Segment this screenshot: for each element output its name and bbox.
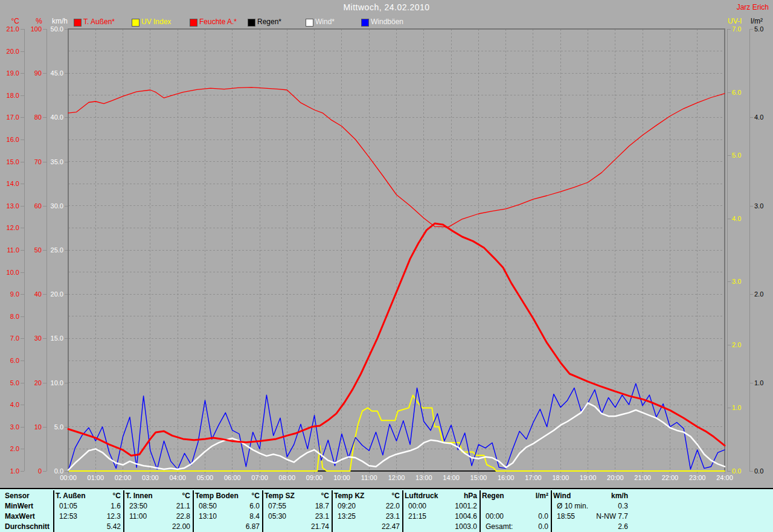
y-axis-tick-label: 10.0	[39, 379, 63, 386]
y-axis-tick-label: 1.0	[0, 467, 19, 475]
axis-unit-label: l/m²	[751, 17, 773, 25]
x-axis-tick-label: 19:00	[574, 474, 602, 481]
table-cell: 0.0	[482, 522, 548, 531]
table-column-separator	[193, 490, 194, 532]
y-axis-tick-label: 11.0	[0, 246, 19, 254]
y-axis-tick-label: 35.0	[39, 158, 63, 165]
y-axis-tick-label: 1.0	[754, 379, 773, 386]
legend-label: Regen*	[257, 18, 281, 26]
table-cell: Durchschnitt	[5, 522, 52, 531]
y-axis-tick-label: 14.0	[0, 180, 19, 187]
table-cell: °C	[126, 492, 190, 501]
table-column-separator	[262, 490, 263, 532]
x-axis-tick-label: 12:00	[383, 474, 411, 481]
axis-unit-label: km/h	[35, 17, 68, 25]
y-axis-tick-label: 16.0	[0, 136, 19, 143]
table-column-separator	[332, 490, 333, 532]
y-axis-tick-label: 80	[18, 114, 42, 121]
y-axis-tick-label: 7.0	[732, 25, 756, 33]
x-axis-tick-label: 14:00	[437, 474, 465, 481]
legend-swatch-icon	[248, 19, 255, 27]
table-cell: 0.0	[482, 512, 548, 521]
y-axis-tick-label: 9.0	[0, 290, 19, 298]
table-cell: 23.1	[334, 512, 400, 521]
y-axis-tick-label: 5.0	[732, 152, 756, 159]
chart-plot-area[interactable]	[0, 0, 773, 532]
table-cell: °C	[334, 492, 400, 501]
x-axis-tick-label: 21:00	[629, 474, 656, 481]
table-cell: 22.00	[126, 522, 190, 531]
y-axis-tick-label: 4.0	[0, 401, 19, 408]
table-cell: N-NW 7.7	[553, 512, 628, 521]
table-cell: 1.6	[56, 502, 121, 511]
table-cell: 12.3	[56, 512, 121, 521]
x-axis-tick-label: 18:00	[547, 474, 574, 481]
x-axis-tick-label: 15:00	[464, 474, 492, 481]
x-axis-tick-label: 13:00	[410, 474, 438, 481]
x-axis-tick-label: 03:00	[136, 474, 164, 481]
table-cell: l/m²	[482, 492, 548, 501]
table-cell: 22.47	[334, 522, 400, 531]
legend-swatch-icon	[190, 19, 197, 27]
table-cell: 8.4	[195, 512, 260, 521]
table-column-separator	[123, 490, 124, 532]
y-axis-tick-label: 5.0	[0, 379, 19, 386]
y-axis-tick-label: 2.0	[732, 341, 756, 348]
y-axis-tick-label: 5.0	[39, 423, 63, 431]
y-axis-tick-label: 5.0	[754, 25, 773, 33]
axis-unit-label: °C	[0, 17, 19, 25]
legend-label: Wind*	[315, 18, 335, 26]
legend-swatch-icon	[361, 19, 369, 27]
y-axis-tick-label: 3.0	[0, 423, 19, 431]
y-axis-tick-label: 8.0	[0, 313, 19, 320]
x-axis-tick-label: 11:00	[355, 474, 383, 481]
table-cell: 0.3	[553, 502, 628, 511]
x-axis-tick-label: 24:00	[711, 474, 739, 481]
table-cell: km/h	[553, 492, 628, 501]
x-axis-tick-label: 04:00	[164, 474, 191, 481]
y-axis-tick-label: 4.0	[732, 215, 756, 222]
y-axis-tick-label: 20	[18, 379, 42, 386]
y-axis-tick-label: 30.0	[39, 202, 63, 210]
y-axis-tick-label: 6.0	[732, 89, 756, 96]
axis-unit-label: UV-I	[728, 17, 752, 25]
table-column-separator	[402, 490, 403, 532]
table-cell: Sensor	[5, 492, 52, 501]
table-cell: 2.6	[553, 522, 628, 531]
table-column-separator	[480, 490, 481, 532]
legend-swatch-icon	[132, 19, 140, 27]
y-axis-tick-label: 25.0	[39, 246, 63, 254]
y-axis-tick-label: 21.0	[0, 25, 19, 33]
y-axis-tick-label: 17.0	[0, 114, 19, 121]
y-axis-tick-label: 6.0	[0, 357, 19, 364]
y-axis-tick-label: 12.0	[0, 224, 19, 231]
legend-swatch-icon	[74, 19, 82, 27]
x-axis-tick-label: 20:00	[601, 474, 629, 481]
table-cell: 23.1	[265, 512, 329, 521]
table-cell: °C	[195, 492, 260, 501]
y-axis-tick-label: 100	[18, 25, 42, 33]
table-cell: 22.8	[126, 512, 190, 521]
y-axis-tick-label: 2.0	[0, 445, 19, 452]
y-axis-tick-label: 2.0	[754, 290, 773, 298]
table-cell: °C	[56, 492, 121, 501]
y-axis-tick-label: 45.0	[39, 69, 63, 77]
x-axis-tick-label: 02:00	[109, 474, 137, 481]
weather-chart-window: Mittwoch, 24.02.2010 Jarz Erich °C%km/hU…	[0, 0, 773, 532]
y-axis-tick-label: 4.0	[754, 114, 773, 121]
y-axis-tick-label: 15.0	[39, 335, 63, 342]
x-axis-tick-label: 22:00	[656, 474, 684, 481]
table-cell: MaxWert	[5, 512, 52, 521]
x-axis-tick-label: 07:00	[246, 474, 274, 481]
table-cell: 21.1	[126, 502, 190, 511]
y-axis-tick-label: 30	[18, 335, 42, 342]
legend-label: Feuchte A.*	[199, 18, 237, 26]
table-cell: 5.42	[56, 522, 121, 531]
table-cell: 6.0	[195, 502, 260, 511]
y-axis-tick-label: 3.0	[732, 278, 756, 285]
y-axis-tick-label: 40.0	[39, 114, 63, 121]
y-axis-tick-label: 50	[18, 246, 42, 254]
y-axis-tick-label: 10	[18, 423, 42, 431]
table-cell: 18.7	[265, 502, 329, 511]
x-axis-tick-label: 00:00	[54, 474, 82, 481]
